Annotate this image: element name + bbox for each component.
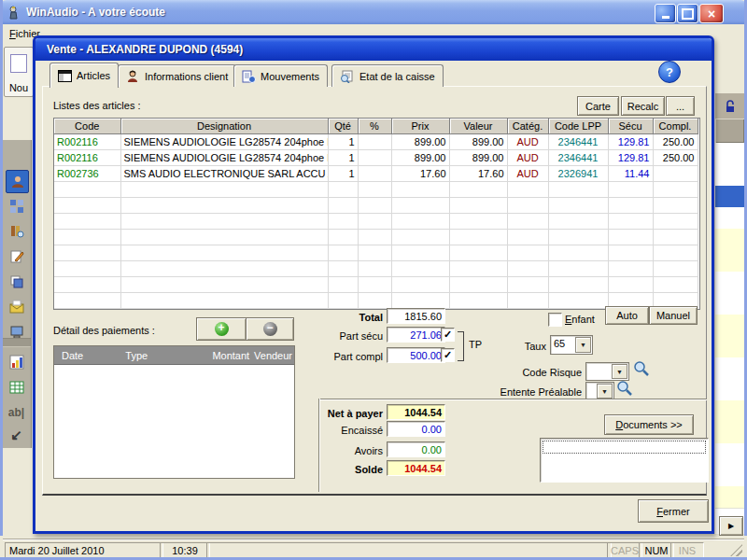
list-row[interactable]	[715, 315, 744, 337]
cell-compl: 250.00	[653, 150, 698, 166]
col-categ[interactable]: Catég.	[507, 119, 548, 134]
cell-compl: 250.00	[653, 134, 698, 150]
pay-col-montant[interactable]: Montant	[198, 350, 249, 361]
entente-search-button[interactable]	[616, 380, 633, 399]
client-tool-button[interactable]	[6, 170, 29, 193]
col-qte[interactable]: Qté	[328, 119, 358, 134]
encaisse-field: 0.00	[387, 421, 445, 437]
list-row[interactable]	[715, 400, 744, 423]
tab-informations-client[interactable]: Informations client	[118, 64, 236, 87]
article-row[interactable]: R002116 SIEMENS AUDIOLOGIE LG28574 204ph…	[54, 150, 698, 166]
payments-label: Détail des paiements :	[53, 325, 155, 336]
part-secu-checkbox[interactable]: ✓	[441, 328, 455, 342]
tab-label: Mouvements	[261, 71, 319, 82]
col-designation[interactable]: Designation	[120, 119, 328, 134]
tab-etat-caisse[interactable]: Etat de la caisse	[331, 64, 444, 87]
recalc-button[interactable]: Recalc	[621, 96, 665, 116]
window-border	[0, 0, 3, 536]
col-pct[interactable]: %	[358, 119, 391, 134]
chevron-down-icon[interactable]: ▼	[575, 337, 591, 353]
list-row[interactable]	[715, 229, 744, 251]
cards-tool-button[interactable]	[6, 271, 27, 292]
tp-label: TP	[469, 339, 482, 350]
import-tool-button[interactable]: ↙	[6, 424, 27, 445]
list-row[interactable]	[715, 250, 744, 273]
dialog-titlebar[interactable]: Vente - ALEXANDRE DUPOND (4594)	[35, 38, 712, 61]
solde-label: Solde	[317, 462, 383, 476]
minimize-button[interactable]	[655, 4, 676, 23]
cell-pct	[358, 150, 391, 166]
col-code-lpp[interactable]: Code LPP	[548, 119, 608, 134]
cell-valeur: 17.60	[449, 166, 507, 182]
remove-payment-button[interactable]: −	[246, 317, 294, 341]
arrow-icon: ↙	[10, 427, 22, 443]
add-payment-button[interactable]: +	[196, 317, 247, 341]
chevron-down-icon[interactable]: ▼	[612, 364, 627, 379]
manuel-button[interactable]: Manuel	[649, 306, 698, 325]
col-compl[interactable]: Compl.	[653, 119, 698, 134]
nouveau-button[interactable]: Nou	[4, 47, 34, 97]
entente-prealable-dropdown[interactable]: ▼	[585, 382, 614, 400]
list-row[interactable]	[715, 164, 744, 187]
grid-tool-button[interactable]	[6, 195, 27, 217]
list-row[interactable]	[715, 272, 744, 294]
list-row[interactable]	[715, 293, 744, 315]
grid-icon	[9, 199, 24, 214]
payments-header: Date Type Montant Vendeur	[54, 346, 294, 365]
taux-dropdown[interactable]: 65 ▼	[550, 335, 593, 355]
catalog-tool-button[interactable]	[6, 220, 27, 242]
chevron-down-icon[interactable]: ▼	[597, 384, 613, 399]
statusbar: Mardi 20 Juillet 2010 10:39 CAPS NUM INS	[3, 539, 744, 558]
ellipsis-icon: ...	[676, 101, 684, 112]
empty-row	[54, 214, 698, 230]
resize-grip[interactable]	[730, 544, 742, 556]
window-titlebar[interactable]: WinAudio - A votre écoute	[0, 0, 747, 24]
stats-tool-button[interactable]	[6, 351, 27, 372]
code-risque-label: Code Risque	[484, 365, 582, 379]
col-code[interactable]: Code	[54, 119, 120, 134]
col-prix[interactable]: Prix	[391, 119, 449, 134]
part-compl-checkbox[interactable]: ✓	[441, 348, 455, 362]
cell-pct	[358, 166, 391, 182]
article-row[interactable]: R002736 SMS AUDIO ELECTRONIQUE SARL ACCU…	[54, 166, 698, 182]
text-tool-button[interactable]: ab|	[6, 401, 27, 423]
pay-col-type[interactable]: Type	[125, 350, 198, 361]
list-row[interactable]	[715, 443, 744, 466]
documents-label: Documents >>	[615, 419, 683, 430]
cell-qte: 1	[328, 150, 358, 166]
scroll-right-button[interactable]: ▶	[719, 516, 743, 536]
documents-button[interactable]: Documents >>	[604, 414, 694, 435]
carte-button[interactable]: Carte	[577, 96, 619, 116]
mail-tool-button[interactable]	[6, 296, 27, 317]
edit-tool-button[interactable]	[6, 245, 27, 267]
tab-mouvements[interactable]: Mouvements	[233, 64, 328, 87]
list-row[interactable]	[715, 207, 744, 230]
pay-col-vendeur[interactable]: Vendeur	[249, 350, 294, 361]
more-button[interactable]: ...	[666, 96, 695, 116]
article-row[interactable]: R002116 SIEMENS AUDIOLOGIE LG28574 204ph…	[54, 134, 698, 150]
list-row[interactable]	[715, 357, 744, 380]
documents-listbox[interactable]	[540, 438, 709, 483]
list-row[interactable]	[715, 143, 744, 165]
listbox-focus-row[interactable]	[543, 441, 706, 454]
col-secu[interactable]: Sécu	[608, 119, 653, 134]
code-risque-dropdown[interactable]: ▼	[585, 362, 629, 381]
fermer-button[interactable]: Fermer	[638, 499, 709, 523]
list-row[interactable]	[715, 465, 744, 487]
auto-button[interactable]: Auto	[605, 306, 649, 325]
enfant-checkbox[interactable]	[548, 313, 562, 327]
tab-articles[interactable]: Articles	[49, 63, 119, 88]
table-tool-button[interactable]	[6, 376, 27, 398]
maximize-button[interactable]	[677, 4, 698, 23]
help-button[interactable]: ?	[658, 61, 681, 83]
close-button[interactable]: ×	[699, 4, 724, 23]
scroll-right-icon: ▶	[728, 522, 734, 530]
list-row[interactable]	[715, 336, 744, 358]
code-risque-search-button[interactable]	[633, 360, 650, 379]
pay-col-date[interactable]: Date	[54, 350, 125, 361]
list-row[interactable]	[715, 379, 744, 401]
list-row[interactable]	[715, 422, 744, 444]
col-valeur[interactable]: Valeur	[449, 119, 507, 134]
list-row[interactable]	[715, 486, 744, 509]
list-row-selected[interactable]	[715, 186, 744, 208]
